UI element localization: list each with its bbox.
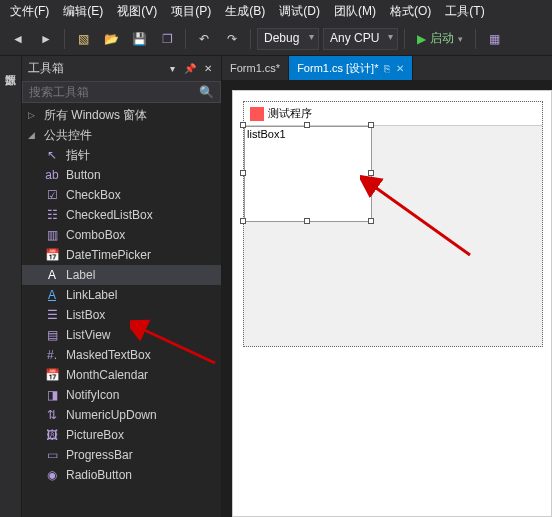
resize-handle[interactable]	[304, 218, 310, 224]
platform-dropdown[interactable]: Any CPU	[323, 28, 398, 50]
toolbox-item-combobox[interactable]: ▥ComboBox	[22, 225, 221, 245]
notify-icon: ◨	[44, 387, 60, 403]
item-label: Label	[66, 268, 95, 282]
resize-handle[interactable]	[368, 122, 374, 128]
toolbox-item-listbox[interactable]: ☰ListBox	[22, 305, 221, 325]
masked-icon: #.	[44, 347, 60, 363]
design-surface[interactable]: 测试程序 listBox1	[232, 90, 552, 517]
resize-handle[interactable]	[368, 218, 374, 224]
menu-tools[interactable]: 工具(T)	[439, 1, 490, 22]
panel-options-button[interactable]: ▾	[165, 62, 179, 76]
linklabel-icon: A	[44, 287, 60, 303]
collapse-icon: ◢	[28, 130, 38, 140]
pin-icon[interactable]: ⎘	[384, 63, 390, 74]
separator	[64, 29, 65, 49]
save-all-button[interactable]: ❐	[155, 27, 179, 51]
resize-handle[interactable]	[368, 170, 374, 176]
close-icon[interactable]: ✕	[201, 62, 215, 76]
toolbox-item-button[interactable]: abButton	[22, 165, 221, 185]
item-label: DateTimePicker	[66, 248, 151, 262]
progress-icon: ▭	[44, 447, 60, 463]
listbox-control[interactable]: listBox1	[244, 126, 372, 222]
separator	[404, 29, 405, 49]
menu-build[interactable]: 生成(B)	[219, 1, 271, 22]
checkbox-icon: ☑	[44, 187, 60, 203]
config-dropdown[interactable]: Debug	[257, 28, 319, 50]
menu-view[interactable]: 视图(V)	[111, 1, 163, 22]
resize-handle[interactable]	[240, 218, 246, 224]
redo-button[interactable]: ↷	[220, 27, 244, 51]
tab-label: Form1.cs*	[230, 62, 280, 74]
toolbox-item-datetimepicker[interactable]: 📅DateTimePicker	[22, 245, 221, 265]
tab-form1-cs[interactable]: Form1.cs*	[222, 56, 289, 80]
search-icon[interactable]: 🔍	[193, 85, 220, 99]
menu-team[interactable]: 团队(M)	[328, 1, 382, 22]
picture-icon: 🖼	[44, 427, 60, 443]
toolbox-item-radiobutton[interactable]: ◉RadioButton	[22, 465, 221, 485]
tab-form1-design[interactable]: Form1.cs [设计]* ⎘ ✕	[289, 56, 413, 80]
resize-handle[interactable]	[240, 122, 246, 128]
side-collapsed-tab: 数据源	[0, 56, 22, 517]
item-label: Button	[66, 168, 101, 182]
datasource-tab[interactable]: 数据源	[1, 60, 20, 72]
start-debug-button[interactable]: ▶ 启动 ▾	[411, 28, 469, 49]
toolbox-group-common[interactable]: ◢ 公共控件	[22, 125, 221, 145]
open-file-button[interactable]: 📂	[99, 27, 123, 51]
menu-project[interactable]: 项目(P)	[165, 1, 217, 22]
pointer-icon: ↖	[44, 147, 60, 163]
expand-icon: ▷	[28, 110, 38, 120]
item-label: ComboBox	[66, 228, 125, 242]
toolbox-item-checkedlistbox[interactable]: ☷CheckedListBox	[22, 205, 221, 225]
menu-file[interactable]: 文件(F)	[4, 1, 55, 22]
toolbox-group-windows[interactable]: ▷ 所有 Windows 窗体	[22, 105, 221, 125]
group-label: 公共控件	[44, 127, 92, 144]
menu-bar: 文件(F) 编辑(E) 视图(V) 项目(P) 生成(B) 调试(D) 团队(M…	[0, 0, 552, 22]
search-input[interactable]	[23, 82, 193, 102]
item-label: ListBox	[66, 308, 105, 322]
document-tabs: Form1.cs* Form1.cs [设计]* ⎘ ✕	[222, 56, 552, 80]
more-button[interactable]: ▦	[482, 27, 506, 51]
toolbox-item-progressbar[interactable]: ▭ProgressBar	[22, 445, 221, 465]
toolbox-item-monthcalendar[interactable]: 📅MonthCalendar	[22, 365, 221, 385]
separator	[185, 29, 186, 49]
new-project-button[interactable]: ▧	[71, 27, 95, 51]
item-label: MonthCalendar	[66, 368, 148, 382]
pin-icon[interactable]: 📌	[183, 62, 197, 76]
toolbox-item-checkbox[interactable]: ☑CheckBox	[22, 185, 221, 205]
form-window[interactable]: 测试程序 listBox1	[243, 101, 543, 347]
close-icon[interactable]: ✕	[396, 63, 404, 74]
form-body[interactable]: listBox1	[244, 126, 542, 346]
item-label: NumericUpDown	[66, 408, 157, 422]
nav-back-button[interactable]: ◄	[6, 27, 30, 51]
form-titlebar: 测试程序	[244, 102, 542, 126]
menu-edit[interactable]: 编辑(E)	[57, 1, 109, 22]
menu-format[interactable]: 格式(O)	[384, 1, 437, 22]
save-button[interactable]: 💾	[127, 27, 151, 51]
listbox-icon: ☰	[44, 307, 60, 323]
label-icon: A	[44, 267, 60, 283]
toolbox-item-numericupdown[interactable]: ⇅NumericUpDown	[22, 405, 221, 425]
toolbox-item-指针[interactable]: ↖指针	[22, 145, 221, 165]
item-label: CheckBox	[66, 188, 121, 202]
checkedlistbox-icon: ☷	[44, 207, 60, 223]
nav-forward-button[interactable]: ►	[34, 27, 58, 51]
toolbox-item-label[interactable]: ALabel	[22, 265, 221, 285]
toolbox-item-picturebox[interactable]: 🖼PictureBox	[22, 425, 221, 445]
chevron-down-icon: ▾	[458, 34, 463, 44]
toolbox-item-linklabel[interactable]: ALinkLabel	[22, 285, 221, 305]
undo-button[interactable]: ↶	[192, 27, 216, 51]
resize-handle[interactable]	[304, 122, 310, 128]
item-label: RadioButton	[66, 468, 132, 482]
menu-debug[interactable]: 调试(D)	[273, 1, 326, 22]
resize-handle[interactable]	[240, 170, 246, 176]
item-label: NotifyIcon	[66, 388, 119, 402]
editor-area: Form1.cs* Form1.cs [设计]* ⎘ ✕ 测试程序 listBo…	[222, 56, 552, 517]
toolbox-item-notifyicon[interactable]: ◨NotifyIcon	[22, 385, 221, 405]
item-label: CheckedListBox	[66, 208, 153, 222]
item-label: 指针	[66, 147, 90, 164]
toolbox-item-maskedtextbox[interactable]: #.MaskedTextBox	[22, 345, 221, 365]
button-icon: ab	[44, 167, 60, 183]
play-icon: ▶	[417, 32, 426, 46]
toolbox-item-listview[interactable]: ▤ListView	[22, 325, 221, 345]
separator	[250, 29, 251, 49]
